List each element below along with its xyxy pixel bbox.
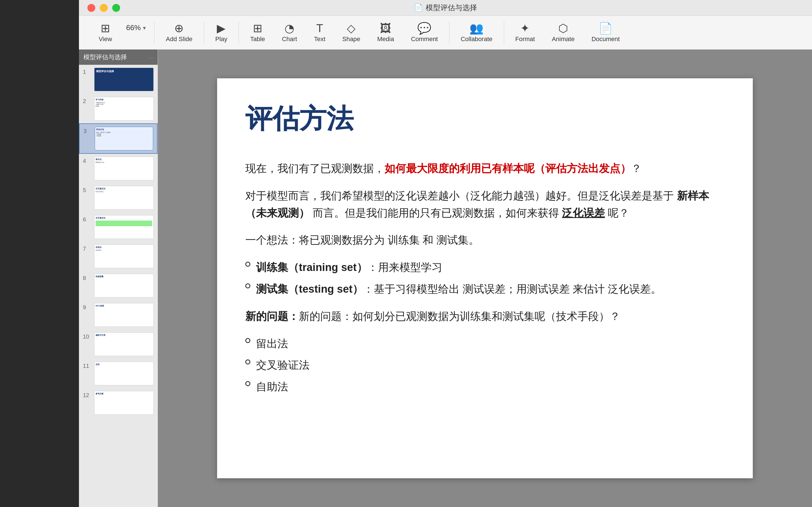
document-button[interactable]: 📄 Document <box>583 22 628 43</box>
slide-thumbnail-10[interactable]: 10 偏差与方差 ... <box>79 330 158 359</box>
animate-icon: ⬡ <box>558 22 568 34</box>
slide-preview-12: 参考文献 ... <box>94 391 154 414</box>
slide-preview-6: 交叉验证法 <box>94 215 154 239</box>
format-icon: ✦ <box>520 22 530 34</box>
slide-thumbnail-5[interactable]: 5 交叉验证法 k折交叉验证... <box>79 183 158 212</box>
slide-thumbnail-7[interactable]: 7 自助法 自助采样... <box>79 242 158 271</box>
slide-preview-9: ROC曲线 ... <box>94 303 154 327</box>
slide-preview-11: 总结 ... <box>94 362 154 385</box>
collaborate-icon: 👥 <box>469 22 484 34</box>
view-button[interactable]: ⊞ View <box>90 22 120 43</box>
slide-thumbnail-3[interactable]: 3 评估方法 现在，我们有了已观测...• 训练集• 测试集 <box>79 123 158 154</box>
slide-preview-5: 交叉验证法 k折交叉验证... <box>94 186 154 210</box>
bullet-icon4 <box>245 359 250 364</box>
slide-panel: 模型评估与选择 ··· 1 模型评估与选择 2 学习目标 • 模型评估方法• 偏… <box>79 50 158 507</box>
list-item-testing: 测试集（testing set）：基于习得模型给出 测试误差；用测试误差 来估计… <box>245 281 725 298</box>
minimize-button[interactable] <box>100 4 108 12</box>
slide-preview-1: 模型评估与选择 <box>94 68 154 91</box>
slide-thumbnail-1[interactable]: 1 模型评估与选择 <box>79 65 158 94</box>
shape-button[interactable]: ◇ Shape <box>334 22 369 43</box>
comment-button[interactable]: 💬 Comment <box>403 22 446 43</box>
zoom-chevron-icon: ▾ <box>143 24 146 31</box>
slide-preview-3: 评估方法 现在，我们有了已观测...• 训练集• 测试集 <box>95 127 153 151</box>
animate-button[interactable]: ⬡ Animate <box>543 22 583 43</box>
traffic-lights <box>87 4 120 12</box>
slide-thumbnail-8[interactable]: 8 性能度量 ... <box>79 271 158 300</box>
para3: 一个想法：将已观测数据分为 训练集 和 测试集。 <box>245 231 725 249</box>
zoom-control[interactable]: 66% ▾ View <box>120 23 151 42</box>
presentation-title-bar: 模型评估与选择 ··· <box>79 50 158 65</box>
add-slide-icon: ⊕ <box>174 22 184 34</box>
slide-body: 现在，我们有了已观测数据，如何最大限度的利用已有样本呢（评估方法出发点）？ 对于… <box>245 160 725 395</box>
slide-preview-4: 留出法 数据划分方法... <box>94 157 154 180</box>
close-button[interactable] <box>87 4 95 12</box>
window-title: 📄 模型评估与选择 <box>414 3 477 13</box>
slide-preview-10: 偏差与方差 ... <box>94 332 154 356</box>
slide-thumbnail-11[interactable]: 11 总结 ... <box>79 359 158 388</box>
bullet-icon2 <box>245 283 250 288</box>
collaborate-button[interactable]: 👥 Collaborate <box>452 22 501 43</box>
list-item-training: 训练集（training set）：用来模型学习 <box>245 259 725 276</box>
list-item-bootstrap: 自助法 <box>245 378 725 395</box>
view-icon: ⊞ <box>101 22 110 34</box>
document-icon: 📄 <box>414 3 423 12</box>
table-button[interactable]: ⊞ Table <box>242 22 273 43</box>
list-item-crossval: 交叉验证法 <box>245 356 725 374</box>
slide-thumbnail-9[interactable]: 9 ROC曲线 ... <box>79 300 158 330</box>
chart-icon: ◔ <box>285 22 294 34</box>
document-icon2: 📄 <box>599 22 613 34</box>
chart-button[interactable]: ◔ Chart <box>273 22 306 43</box>
slide-thumbnail-6[interactable]: 6 交叉验证法 <box>79 212 158 242</box>
titlebar: 📄 模型评估与选择 <box>79 0 812 16</box>
slide-thumbnail-4[interactable]: 4 留出法 数据划分方法... <box>79 154 158 183</box>
slide-preview-2: 学习目标 • 模型评估方法• 偏差与方差■ ■ ■ <box>94 97 154 121</box>
divider3 <box>239 21 239 44</box>
slide-heading: 评估方法 <box>245 101 725 137</box>
toolbar: ⊞ View 66% ▾ View ⊕ Add Slide ▶ Play ⊞ T… <box>79 16 812 50</box>
bullet-icon5 <box>245 381 250 386</box>
fullscreen-button[interactable] <box>112 4 120 12</box>
training-testing-list: 训练集（training set）：用来模型学习 测试集（testing set… <box>245 259 725 298</box>
para4: 新的问题：新的问题：如何划分已观测数据为训练集和测试集呢（技术手段）？ <box>245 308 725 325</box>
sidebar-options-icon[interactable]: ··· <box>148 54 153 61</box>
slide-canvas[interactable]: 评估方法 现在，我们有了已观测数据，如何最大限度的利用已有样本呢（评估方法出发点… <box>158 50 812 507</box>
comment-icon: 💬 <box>417 22 432 34</box>
media-button[interactable]: 🖼 Media <box>369 22 403 43</box>
slide-paper: 评估方法 现在，我们有了已观测数据，如何最大限度的利用已有样本呢（评估方法出发点… <box>217 78 753 478</box>
play-icon: ▶ <box>217 22 225 34</box>
play-button[interactable]: ▶ Play <box>207 22 236 43</box>
bullet-icon <box>245 262 250 267</box>
add-slide-button[interactable]: ⊕ Add Slide <box>157 22 201 43</box>
shape-icon: ◇ <box>347 22 356 34</box>
format-button[interactable]: ✦ Format <box>507 22 544 43</box>
slide-preview-8: 性能度量 ... <box>94 274 154 297</box>
methods-list: 留出法 交叉验证法 自助法 <box>245 335 725 395</box>
list-item-holdout: 留出法 <box>245 335 725 352</box>
para2: 对于模型而言，我们希望模型的泛化误差越小（泛化能力越强）越好。但是泛化误差是基于… <box>245 187 725 222</box>
bullet-icon3 <box>245 338 250 343</box>
media-icon: 🖼 <box>380 22 391 34</box>
para1: 现在，我们有了已观测数据，如何最大限度的利用已有样本呢（评估方法出发点）？ <box>245 160 725 177</box>
slide-preview-7: 自助法 自助采样... <box>94 244 154 268</box>
slide-thumbnail-2[interactable]: 2 学习目标 • 模型评估方法• 偏差与方差■ ■ ■ <box>79 94 158 123</box>
text-button[interactable]: T Text <box>306 22 334 43</box>
main-content: 模型评估与选择 ··· 1 模型评估与选择 2 学习目标 • 模型评估方法• 偏… <box>79 50 812 507</box>
slide-thumbnail-12[interactable]: 12 参考文献 ... <box>79 388 158 417</box>
table-icon: ⊞ <box>253 22 262 34</box>
text-icon: T <box>316 22 323 34</box>
